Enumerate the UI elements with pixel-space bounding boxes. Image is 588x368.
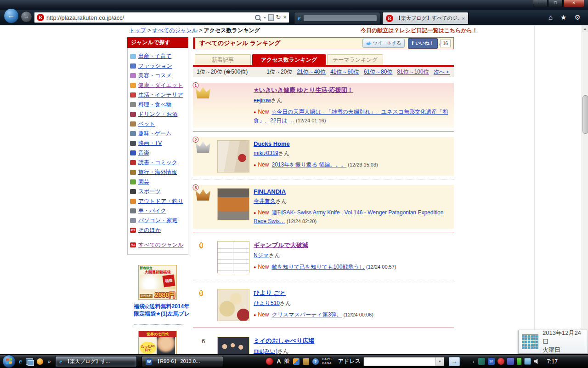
facebook-like-button[interactable]: f いいね！ (408, 38, 438, 49)
ime-input-mode[interactable]: A (277, 358, 281, 365)
sidebar-item-genre[interactable]: 園芸 (130, 177, 186, 187)
sidebar-item-genre[interactable]: 健康・ダイエット (130, 80, 186, 90)
sidebar-item-genre[interactable]: 料理・食べ物 (130, 100, 186, 109)
refresh-icon[interactable]: ↻ (276, 12, 281, 23)
blog-title-link[interactable]: ★いきいき健康 ゆとり生活-応援団！ (254, 86, 353, 93)
sidebar-item-genre[interactable]: パソコン・家電 (130, 216, 186, 225)
address-dropdown-icon[interactable]: ▼ (435, 357, 444, 366)
ie-quicklaunch-icon[interactable]: e (19, 357, 22, 365)
pagination-link[interactable]: 41位～60位 (330, 68, 359, 76)
sidebar-item-genre[interactable]: ドリンク・お酒 (130, 109, 186, 119)
tray-icon-blue[interactable] (507, 358, 514, 365)
forward-button[interactable]: → (21, 11, 32, 23)
author-link[interactable]: Nジマ (254, 252, 269, 259)
url-text[interactable]: http://plaza.rakuten.co.jp/acc/ (46, 14, 253, 21)
quicklaunch-expand-icon[interactable]: » (48, 358, 51, 365)
sidebar-item-genre[interactable]: 読書・コミック (130, 158, 186, 167)
stop-icon[interactable]: × (283, 12, 287, 23)
chevron-down-icon[interactable]: ▾ (264, 16, 266, 20)
sidebar-item-genre[interactable]: 映画・TV (130, 138, 186, 148)
restore-button[interactable]: □ (548, 0, 563, 7)
sidebar-item-genre[interactable]: アウトドア・釣り (130, 196, 186, 206)
sidebar-item-genre[interactable]: 車・バイク (130, 206, 186, 216)
tab-close-icon[interactable]: × (462, 16, 465, 21)
compatibility-view-icon[interactable] (268, 14, 274, 21)
blog-title-link[interactable]: FINLANDIA (254, 188, 286, 195)
address-bar[interactable]: R http://plaza.rakuten.co.jp/acc/ ▾ ↻ × (34, 12, 289, 23)
pagination-link[interactable]: 次へ＞ (434, 68, 450, 76)
sidebar-item-genre[interactable]: 出産・子育て (130, 52, 186, 61)
gear-icon[interactable]: ⚙ (575, 13, 581, 22)
post-title-link[interactable]: クリスマスパーティ第3弾。 (271, 311, 342, 318)
sidebar-item-genre[interactable]: 旅行・海外情報 (130, 167, 186, 177)
ranking-tab[interactable]: アクセス数ランキング (252, 54, 326, 65)
address-toolbar-input[interactable]: ▼ (363, 357, 444, 366)
address-go-button[interactable]: → (449, 357, 460, 366)
browser-tab-blank[interactable]: e (294, 12, 380, 24)
network-icon[interactable] (524, 358, 531, 365)
sidebar-item-genre[interactable]: 生活・インテリア (130, 90, 186, 100)
blog-thumbnail[interactable] (217, 140, 249, 172)
taskbar-window-button[interactable]: W【R90-6】 2013.0... (141, 356, 223, 367)
sidebar-item-genre[interactable]: ファッション (130, 61, 186, 71)
blog-thumbnail[interactable] (217, 337, 249, 354)
taskbar-window-button[interactable]: e【楽天ブログ】す... (55, 356, 137, 367)
post-title-link[interactable]: 週刊SAK- Swiss Army Knife , Vol.146 - Weng… (254, 209, 443, 224)
author-link[interactable]: ひより510 (254, 300, 280, 306)
close-button[interactable]: × (563, 0, 584, 7)
breadcrumb-item[interactable]: すべてのジャンル (153, 27, 198, 34)
taskbar-clock[interactable]: 7:17 (547, 358, 558, 365)
pagination-link[interactable]: 81位～100位 (397, 68, 429, 76)
tray-icon-counter[interactable]: 10 (488, 358, 495, 365)
favorites-star-icon[interactable]: ★ (560, 13, 566, 22)
sidebar-item-genre[interactable]: 音楽 (130, 148, 186, 158)
scroll-up-arrow[interactable]: ▲ (582, 25, 588, 32)
blog-thumbnail[interactable] (217, 289, 249, 321)
sidebar-item-genre[interactable]: 美容・コスメ (130, 71, 186, 80)
orange-app-icon[interactable] (37, 358, 43, 365)
tray-icon-red[interactable] (498, 358, 504, 365)
sidebar-item-genre[interactable]: 趣味・ゲーム (130, 129, 186, 138)
author-link[interactable]: mie(みい) (254, 348, 277, 354)
blog-title-link[interactable]: ひより ごと (254, 289, 286, 296)
sidebar-item-genre[interactable]: スポーツ (130, 187, 186, 196)
minimize-button[interactable]: – (533, 0, 548, 7)
browser-tab-rakuten[interactable]: R 【楽天ブログ】すべてのジ... × (382, 12, 469, 24)
ime-tools-icon[interactable] (303, 358, 309, 365)
author-link[interactable]: 今井兼久 (254, 198, 276, 204)
breadcrumb-item[interactable]: トップ (129, 27, 146, 34)
blog-thumbnail[interactable] (217, 188, 249, 220)
ime-pad-icon[interactable] (293, 358, 300, 365)
blog-thumbnail[interactable] (217, 241, 249, 273)
pagination-link[interactable]: 21位～40位 (297, 68, 326, 76)
sidebar-item-genre[interactable]: ペット (130, 119, 186, 129)
pagination-link[interactable]: 61位～80位 (364, 68, 393, 76)
post-title-link[interactable]: ☆今日の天声人語は - 「雑煮の夫婦別れ」、ユネスコ無形文化遺産「和食」、22日… (254, 109, 448, 124)
ad-banner-fukubukuro[interactable]: 新春限定 大開運祈願福袋 福袋 送料無料 2980円 (138, 265, 177, 300)
author-link[interactable]: eejirow (254, 97, 271, 104)
blog-title-link[interactable]: ギャンブルで大破滅 (254, 242, 308, 248)
sidebar-item-genre[interactable]: ETCそのほか (130, 225, 186, 235)
scrollbar-thumb[interactable] (582, 95, 588, 134)
back-button[interactable]: ← (4, 8, 19, 23)
start-button[interactable] (2, 355, 16, 368)
ad1-caption-link[interactable]: 福袋◎送料無料2014年限定福袋★(1)左馬プレ (134, 303, 191, 317)
battery-icon[interactable] (517, 358, 521, 365)
ime-help-icon[interactable]: ? (312, 358, 319, 365)
tray-icon-teal[interactable] (478, 358, 485, 365)
blog-title-link[interactable]: Ducks Home (254, 140, 290, 147)
volume-icon[interactable] (534, 358, 540, 364)
search-icon[interactable] (255, 15, 260, 20)
home-icon[interactable]: ⌂ (548, 13, 553, 22)
ime-app-icon[interactable] (266, 357, 273, 365)
tray-collapse-icon[interactable]: ‹ (473, 359, 475, 364)
ime-conversion-mode[interactable]: 般 (284, 357, 290, 365)
author-link[interactable]: miki♪0319 (254, 150, 278, 156)
tweet-button[interactable]: ツイートする (362, 39, 405, 48)
ad-banner-english[interactable]: 世界の七田式 たった60日で 英語が話せる！ (138, 331, 177, 354)
vertical-scrollbar[interactable]: ▲ ▼ (582, 25, 588, 354)
post-title-link[interactable]: 敵を知りて己を知りても100戦危うし (271, 264, 365, 270)
ranking-tab[interactable]: テーマランキング (327, 54, 383, 65)
sidebar-item-genre[interactable]: ALLすべてのジャンル (130, 240, 186, 250)
blog-title-link[interactable]: ミイのおしゃべり広場 (254, 337, 314, 344)
